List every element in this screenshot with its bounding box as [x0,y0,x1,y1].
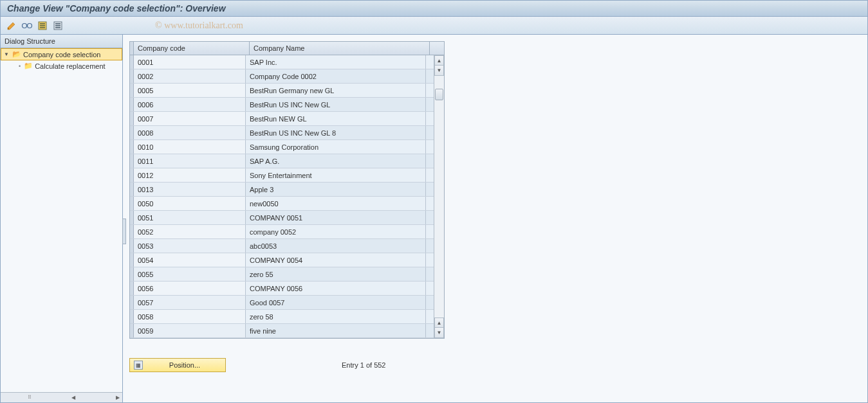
table-row[interactable]: 0008BestRun US INC New GL 8 [130,126,434,140]
svg-point-1 [28,23,32,28]
table-row[interactable]: 0058zero 58 [130,310,434,324]
scroll-down-icon[interactable]: ▼ [434,66,444,76]
cell-company-name[interactable]: COMPANY 0056 [246,282,426,295]
table-row[interactable]: 0059five nine [130,324,434,338]
position-icon: ▦ [134,361,143,370]
cell-company-code[interactable]: 0007 [134,112,246,125]
table-row[interactable]: 0002Company Code 0002 [130,69,434,84]
cell-company-code[interactable]: 0012 [134,168,246,182]
table-row[interactable]: 0057Good 0057 [130,296,434,310]
cell-company-code[interactable]: 0055 [134,267,246,281]
cell-company-code[interactable]: 0052 [134,225,246,238]
cell-company-name[interactable]: abc0053 [246,239,426,253]
cell-company-name[interactable]: new0050 [246,197,426,210]
scroll-thumb[interactable] [435,89,443,100]
cell-company-name[interactable]: COMPANY 0054 [246,253,426,267]
table-row[interactable]: 0001SAP Inc. [130,55,434,69]
tree-label: Calculate replacement [35,62,105,70]
cell-company-name[interactable]: Good 0057 [246,296,426,309]
cell-company-code[interactable]: 0056 [134,282,246,295]
cell-company-code[interactable]: 0008 [134,126,246,139]
cell-company-name[interactable]: COMPANY 0051 [246,211,426,224]
tree-item-calculate-replacement[interactable]: • 📁 Calculate replacement [1,60,122,71]
column-header-name[interactable]: Company Name [250,42,430,55]
table-row[interactable]: 0056COMPANY 0056 [130,282,434,296]
table-row[interactable]: 0007BestRun NEW GL [130,112,434,126]
scroll-right-icon[interactable]: ▶ [115,395,121,400]
tree-bullet-icon: • [19,63,21,69]
tree-collapse-icon[interactable]: ▼ [4,51,10,57]
table-row[interactable]: 0053abc0053 [130,239,434,253]
dialog-structure-panel: Dialog Structure ▼ 📂 Company code select… [1,35,123,402]
cell-company-name[interactable]: BestRun US INC New GL 8 [246,126,426,139]
watermark: © www.tutorialkart.com [155,21,243,31]
cell-company-code[interactable]: 0054 [134,253,246,267]
cell-company-name[interactable]: BestRun Germany new GL [246,84,426,97]
cell-company-code[interactable]: 0058 [134,310,246,323]
cell-company-code[interactable]: 0051 [134,211,246,224]
title-bar: Change View "Company code selection": Ov… [0,0,868,17]
table-row[interactable]: 0055zero 55 [130,267,434,282]
position-button[interactable]: ▦ Position... [129,358,226,372]
table-row[interactable]: 0050new0050 [130,197,434,211]
cell-company-code[interactable]: 0006 [134,98,246,111]
drag-handle-icon[interactable]: ⠿ [28,395,32,400]
cell-company-name[interactable]: Apple 3 [246,183,426,196]
table-row[interactable]: 0012Sony Entertainment [130,168,434,183]
scroll-up-icon[interactable]: ▲ [434,55,444,66]
svg-point-0 [23,23,27,28]
entry-count-text: Entry 1 of 552 [342,361,386,369]
cell-company-code[interactable]: 0013 [134,183,246,196]
main-container: Dialog Structure ▼ 📂 Company code select… [0,35,868,403]
table-row[interactable]: 0005BestRun Germany new GL [130,84,434,98]
svg-rect-3 [40,23,45,24]
sidebar-horizontal-scrollbar[interactable]: ⠿ ◀ ▶ [1,392,122,402]
table-row[interactable]: 0010Samsung Corporation [130,140,434,154]
scroll-left-icon[interactable]: ◀ [70,395,77,400]
glasses-icon[interactable] [21,20,33,31]
cell-company-name[interactable]: Samsung Corporation [246,140,426,154]
select-all-icon[interactable] [37,20,48,31]
scroll-up-page-icon[interactable]: ▲ [434,318,444,328]
cell-company-name[interactable]: SAP Inc. [246,55,426,69]
change-icon[interactable] [6,20,17,31]
cell-company-code[interactable]: 0001 [134,55,246,69]
table-row[interactable]: 0011SAP A.G. [130,154,434,168]
cell-company-code[interactable]: 0050 [134,197,246,210]
splitter-handle[interactable] [122,219,126,244]
svg-rect-5 [40,27,45,28]
table-vertical-scrollbar[interactable]: ▲ ▼ ▲ ▼ [434,55,444,338]
table-row[interactable]: 0052company 0052 [130,225,434,239]
cell-company-name[interactable]: SAP A.G. [246,154,426,168]
folder-open-icon: 📂 [12,50,21,58]
tree-label: Company code selection [23,51,100,58]
cell-company-code[interactable]: 0057 [134,296,246,309]
cell-company-name[interactable]: zero 55 [246,267,426,281]
position-label: Position... [148,361,221,369]
cell-company-code[interactable]: 0053 [134,239,246,253]
cell-company-code[interactable]: 0011 [134,154,246,168]
table-row[interactable]: 0006BestRun US INC New GL [130,98,434,112]
cell-company-name[interactable]: BestRun NEW GL [246,112,426,125]
table-row[interactable]: 0051COMPANY 0051 [130,211,434,225]
svg-rect-9 [55,27,60,28]
deselect-all-icon[interactable] [52,20,64,31]
tree-area: ▼ 📂 Company code selection • 📁 Calculate… [1,48,122,392]
cell-company-code[interactable]: 0002 [134,69,246,83]
cell-company-code[interactable]: 0059 [134,324,246,337]
cell-company-name[interactable]: five nine [246,324,426,337]
cell-company-name[interactable]: BestRun US INC New GL [246,98,426,111]
cell-company-name[interactable]: Sony Entertainment [246,168,426,182]
column-header-code[interactable]: Company code [134,42,250,55]
scroll-down-page-icon[interactable]: ▼ [434,328,444,338]
cell-company-name[interactable]: zero 58 [246,310,426,323]
cell-company-name[interactable]: company 0052 [246,225,426,238]
dialog-structure-header: Dialog Structure [1,35,122,48]
cell-company-code[interactable]: 0005 [134,84,246,97]
scroll-track[interactable] [434,76,444,318]
table-row[interactable]: 0013Apple 3 [130,183,434,197]
cell-company-name[interactable]: Company Code 0002 [246,69,426,83]
cell-company-code[interactable]: 0010 [134,140,246,154]
table-row[interactable]: 0054COMPANY 0054 [130,253,434,267]
tree-item-company-code-selection[interactable]: ▼ 📂 Company code selection [1,48,122,60]
